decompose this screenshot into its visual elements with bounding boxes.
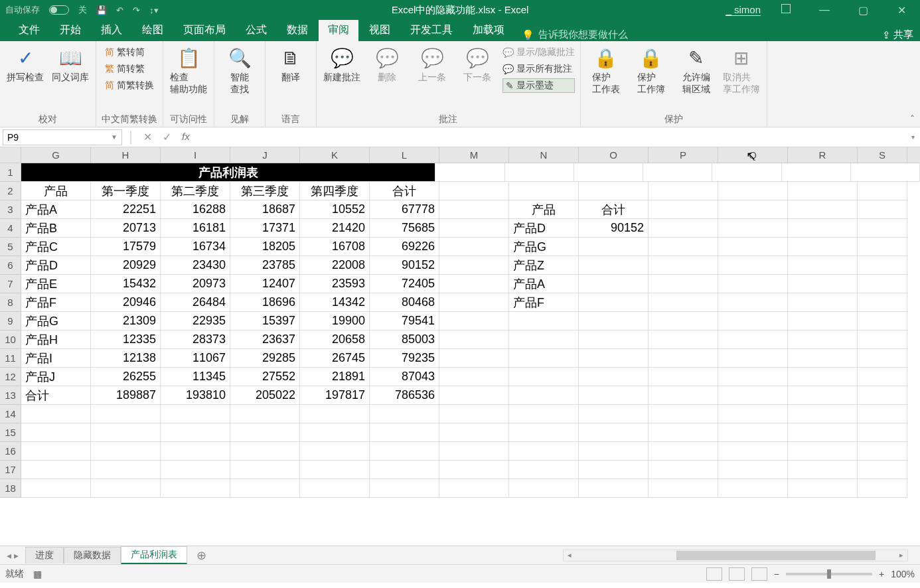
cell[interactable] bbox=[509, 461, 579, 479]
cell[interactable] bbox=[505, 163, 574, 182]
row-header[interactable]: 8 bbox=[0, 293, 21, 312]
cell[interactable] bbox=[649, 368, 718, 386]
tell-me[interactable]: 💡 告诉我你想要做什么 bbox=[522, 29, 628, 41]
zoom-out-icon[interactable]: − bbox=[774, 569, 779, 579]
cell[interactable]: 23637 bbox=[230, 331, 300, 349]
cell[interactable] bbox=[649, 386, 718, 405]
cell[interactable] bbox=[21, 405, 91, 423]
cell[interactable] bbox=[788, 349, 858, 368]
zoom-level[interactable]: 100% bbox=[891, 569, 915, 579]
cell[interactable] bbox=[788, 256, 858, 275]
cell[interactable] bbox=[439, 479, 509, 498]
cell[interactable]: 20658 bbox=[300, 331, 370, 349]
cell[interactable] bbox=[579, 238, 649, 256]
cell[interactable] bbox=[439, 368, 509, 386]
cell[interactable] bbox=[858, 312, 907, 331]
row-header[interactable]: 12 bbox=[0, 368, 21, 386]
collapse-ribbon-icon[interactable]: ˄ bbox=[910, 113, 915, 124]
cell[interactable] bbox=[439, 256, 509, 275]
cell[interactable] bbox=[91, 479, 161, 498]
tab-developer[interactable]: 开发工具 bbox=[401, 19, 462, 41]
cell[interactable] bbox=[858, 293, 907, 312]
cell[interactable] bbox=[788, 461, 858, 479]
cell[interactable]: 16734 bbox=[161, 238, 230, 256]
cell[interactable] bbox=[649, 256, 718, 275]
cell[interactable]: 产品E bbox=[21, 275, 91, 293]
cell[interactable] bbox=[649, 349, 718, 368]
zoom-slider[interactable] bbox=[786, 573, 872, 575]
cell[interactable] bbox=[858, 200, 907, 219]
cell[interactable]: 产品A bbox=[21, 200, 91, 219]
tab-addins[interactable]: 加载项 bbox=[463, 19, 514, 41]
ribbon-options-icon[interactable] bbox=[773, 4, 799, 16]
cell[interactable]: 67778 bbox=[370, 200, 439, 219]
cell[interactable]: 79235 bbox=[370, 349, 439, 368]
formula-input[interactable] bbox=[196, 129, 906, 145]
cell[interactable] bbox=[718, 368, 788, 386]
fx-icon[interactable]: fx bbox=[182, 131, 190, 143]
cell[interactable]: 22008 bbox=[300, 256, 370, 275]
cell[interactable] bbox=[300, 442, 370, 461]
cell[interactable] bbox=[579, 442, 649, 461]
row-header[interactable]: 10 bbox=[0, 331, 21, 349]
cell[interactable]: 26484 bbox=[161, 293, 230, 312]
accessibility-button[interactable]: 📋检查 辅助功能 bbox=[169, 45, 208, 96]
cell[interactable] bbox=[718, 275, 788, 293]
cell[interactable]: 产品G bbox=[509, 238, 579, 256]
cell[interactable] bbox=[718, 423, 788, 442]
thesaurus-button[interactable]: 📖同义词库 bbox=[50, 45, 90, 84]
cell[interactable] bbox=[439, 200, 509, 219]
scroll-right-icon[interactable]: ▸ bbox=[895, 551, 907, 559]
cell[interactable]: 11067 bbox=[161, 349, 230, 368]
cell[interactable]: 72405 bbox=[370, 275, 439, 293]
cell[interactable] bbox=[788, 200, 858, 219]
spreadsheet-grid[interactable]: G H I J K L M N O P Q R S 1产品利润表2产品第一季度第… bbox=[0, 147, 920, 546]
col-header[interactable]: G bbox=[21, 147, 91, 163]
cell[interactable]: 189887 bbox=[91, 386, 161, 405]
cell[interactable] bbox=[718, 442, 788, 461]
sheet-tab[interactable]: 隐藏数据 bbox=[64, 547, 121, 563]
save-icon[interactable]: 💾 bbox=[96, 5, 107, 15]
cell[interactable]: 26745 bbox=[300, 349, 370, 368]
cell[interactable] bbox=[439, 423, 509, 442]
cell[interactable] bbox=[718, 349, 788, 368]
col-header[interactable]: K bbox=[300, 147, 370, 163]
cell[interactable] bbox=[649, 238, 718, 256]
cell[interactable]: 11345 bbox=[161, 368, 230, 386]
zoom-in-icon[interactable]: + bbox=[879, 569, 884, 579]
cell[interactable] bbox=[788, 219, 858, 238]
cell[interactable]: 12335 bbox=[91, 331, 161, 349]
row-header[interactable]: 15 bbox=[0, 423, 21, 442]
cell[interactable] bbox=[230, 405, 300, 423]
cell[interactable] bbox=[439, 219, 509, 238]
cell[interactable]: 产品A bbox=[509, 275, 579, 293]
name-box[interactable]: P9 ▼ bbox=[3, 129, 122, 145]
simp-trad-convert-button[interactable]: 简简繁转换 bbox=[105, 78, 154, 93]
cell[interactable] bbox=[509, 349, 579, 368]
protect-sheet-button[interactable]: 🔒保护 工作表 bbox=[586, 45, 626, 96]
cell[interactable]: 18205 bbox=[230, 238, 300, 256]
share-button[interactable]: ⇪ 共享 bbox=[882, 29, 920, 41]
minimize-icon[interactable]: — bbox=[811, 4, 838, 16]
tab-layout[interactable]: 页面布局 bbox=[174, 19, 235, 41]
cell[interactable] bbox=[718, 238, 788, 256]
cell[interactable] bbox=[718, 386, 788, 405]
trad-to-simp-button[interactable]: 简繁转简 bbox=[105, 45, 154, 60]
cell[interactable]: 16708 bbox=[300, 238, 370, 256]
row-header[interactable]: 16 bbox=[0, 442, 21, 461]
cell[interactable]: 产品F bbox=[509, 293, 579, 312]
unshare-workbook-button[interactable]: ⊞取消共 享工作簿 bbox=[722, 45, 761, 96]
cell[interactable] bbox=[579, 461, 649, 479]
cell[interactable] bbox=[718, 405, 788, 423]
cell[interactable] bbox=[579, 423, 649, 442]
cell[interactable] bbox=[161, 461, 230, 479]
cell[interactable] bbox=[858, 461, 907, 479]
spellcheck-button[interactable]: ✓拼写检查 bbox=[5, 45, 45, 84]
sheet-nav[interactable]: ◂ ▸ bbox=[0, 550, 25, 561]
cell[interactable] bbox=[509, 405, 579, 423]
cell[interactable] bbox=[649, 461, 718, 479]
cell[interactable] bbox=[858, 349, 907, 368]
page-layout-view-icon[interactable] bbox=[729, 567, 745, 581]
row-header[interactable]: 9 bbox=[0, 312, 21, 331]
cell[interactable] bbox=[788, 238, 858, 256]
